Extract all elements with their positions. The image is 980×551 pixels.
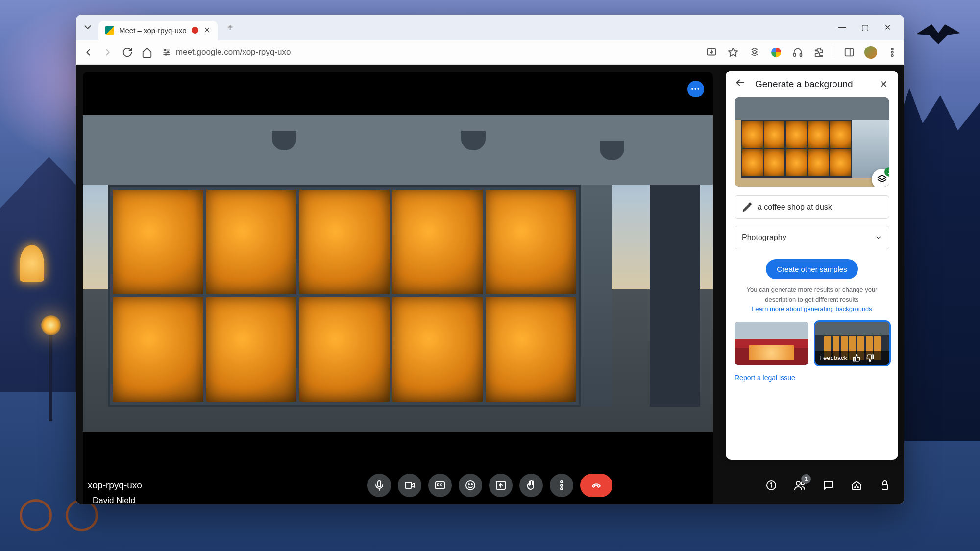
reload-button[interactable] [120,45,135,60]
hint-text: You can generate more results or change … [735,285,889,314]
svg-point-24 [468,484,469,485]
extension-color-icon[interactable] [769,46,783,59]
feedback-label: Feedback [819,354,847,361]
svg-point-37 [855,487,856,488]
svg-rect-11 [845,48,854,56]
sample-thumbnail-2-selected[interactable]: Feedback [815,322,889,365]
browser-menu-icon[interactable] [885,46,899,59]
panel-back-button[interactable] [735,77,746,91]
feedback-bar: Feedback [815,351,889,365]
camera-button[interactable] [398,474,421,497]
forward-button[interactable] [100,45,115,60]
extension-buffer-icon[interactable] [748,46,761,59]
more-options-button[interactable] [550,474,573,497]
svg-point-4 [168,51,169,53]
mic-button[interactable] [368,474,391,497]
svg-point-30 [561,488,563,490]
video-background-image [83,115,713,432]
tile-options-button[interactable]: ••• [687,81,704,97]
svg-marker-17 [878,175,886,180]
panel-close-button[interactable]: ✕ [878,78,889,90]
learn-more-link[interactable]: Learn more about generating backgrounds [752,305,872,312]
browser-tab[interactable]: Meet – xop-rpyq-uxo ✕ [98,21,218,40]
profile-avatar[interactable] [864,46,878,59]
end-call-button[interactable] [580,474,612,497]
sample-thumbnail-1[interactable] [735,322,808,365]
svg-point-28 [561,481,563,483]
install-app-icon[interactable] [705,46,718,59]
thumbs-down-icon[interactable] [866,354,875,362]
sparkle-pencil-icon [742,202,753,213]
prompt-text: a coffee shop at dusk [758,203,832,212]
browser-window: Meet – xop-rpyq-uxo ✕ + — ▢ ✕ meet.googl… [76,15,904,504]
sidepanel-icon[interactable] [842,46,856,59]
minimize-button[interactable]: — [837,23,847,32]
svg-rect-20 [405,482,412,488]
extension-headphones-icon[interactable] [791,46,805,59]
extensions-icon[interactable] [812,46,826,59]
site-settings-icon [162,48,171,57]
svg-point-33 [771,483,772,484]
recording-indicator-icon [192,27,198,34]
svg-rect-9 [794,53,796,56]
layers-chip[interactable]: 1 [872,169,889,187]
url-field[interactable]: meet.google.com/xop-rpyq-uxo [162,48,291,57]
svg-marker-8 [729,48,737,56]
reactions-button[interactable] [459,474,482,497]
generate-background-panel: Generate a background ✕ 1 a coffee shop … [726,71,898,460]
tab-search-button[interactable] [80,20,96,35]
meeting-info-button[interactable] [764,478,779,493]
meet-favicon-icon [105,26,114,35]
home-button[interactable] [140,45,154,60]
panel-title: Generate a background [755,79,869,90]
svg-point-39 [856,485,857,486]
svg-point-3 [165,49,166,51]
create-samples-button[interactable]: Create other samples [766,259,858,279]
svg-rect-10 [800,53,802,56]
meet-content: ••• David Nield Generate a background ✕ … [76,65,904,504]
style-value: Photography [742,233,786,242]
prompt-input[interactable]: a coffee shop at dusk [735,195,889,219]
back-button[interactable] [81,45,96,60]
self-video-tile: ••• David Nield [83,72,713,504]
titlebar: Meet – xop-rpyq-uxo ✕ + — ▢ ✕ [76,15,904,40]
bookmark-icon[interactable] [726,46,740,59]
svg-point-29 [561,484,563,486]
background-preview[interactable]: 1 [735,97,889,187]
host-controls-button[interactable] [878,478,892,493]
svg-point-34 [796,481,800,485]
people-button[interactable]: 1 [792,478,807,493]
meeting-code: xop-rpyq-uxo [88,480,142,491]
new-tab-button[interactable]: + [222,20,238,35]
svg-point-5 [165,54,167,55]
chevron-down-icon [875,234,882,241]
svg-point-14 [891,51,893,53]
call-bottom-bar: xop-rpyq-uxo 1 [76,466,904,504]
address-bar: meet.google.com/xop-rpyq-uxo [76,40,904,65]
url-text: meet.google.com/xop-rpyq-uxo [176,48,291,57]
raise-hand-button[interactable] [519,474,543,497]
preview-image [735,97,889,187]
maximize-button[interactable]: ▢ [860,23,870,32]
tab-close-button[interactable]: ✕ [203,26,211,35]
call-controls [368,474,612,497]
chat-button[interactable] [821,478,835,493]
svg-rect-18 [378,481,381,487]
separator [834,47,834,58]
right-controls: 1 [764,478,892,493]
svg-point-13 [891,48,893,50]
thumbs-up-icon[interactable] [852,354,861,362]
svg-point-23 [466,481,475,490]
captions-button[interactable] [428,474,452,497]
report-legal-link[interactable]: Report a legal issue [735,374,889,382]
window-controls: — ▢ ✕ [837,23,900,32]
present-button[interactable] [489,474,513,497]
sample-row: Feedback [735,322,889,365]
activities-button[interactable] [849,478,864,493]
svg-point-25 [471,484,472,485]
svg-point-38 [858,487,858,488]
svg-point-15 [891,54,893,56]
close-window-button[interactable]: ✕ [882,23,892,32]
style-select[interactable]: Photography [735,226,889,249]
tab-title: Meet – xop-rpyq-uxo [119,26,187,35]
